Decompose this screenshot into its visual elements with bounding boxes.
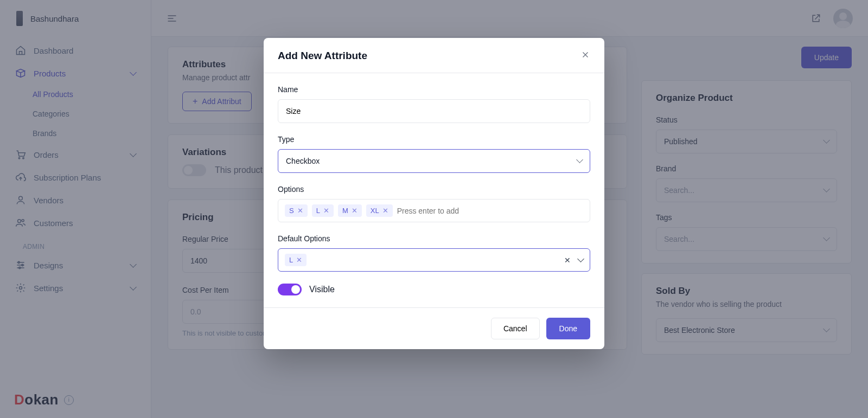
default-chip-l[interactable]: L✕: [285, 254, 307, 266]
chevron-down-icon[interactable]: [578, 255, 583, 265]
options-label: Options: [278, 185, 590, 194]
type-select[interactable]: Checkbox: [278, 149, 590, 173]
name-input[interactable]: [278, 99, 590, 123]
option-chip-m[interactable]: M✕: [338, 204, 362, 217]
visible-label: Visible: [309, 285, 335, 294]
chevron-down-icon: [577, 157, 582, 165]
option-chip-l[interactable]: L✕: [312, 204, 334, 217]
options-input[interactable]: S✕ L✕ M✕ XL✕: [278, 199, 590, 222]
remove-chip-icon: ✕: [352, 207, 358, 215]
modal-overlay: Add New Attribute Name Type Checkbox Opt…: [0, 0, 868, 418]
options-text-input[interactable]: [397, 207, 583, 215]
remove-chip-icon: ✕: [296, 256, 302, 264]
clear-icon[interactable]: [564, 255, 571, 265]
modal-title: Add New Attribute: [278, 50, 367, 62]
option-chip-xl[interactable]: XL✕: [366, 204, 393, 217]
visible-toggle[interactable]: [278, 284, 302, 295]
remove-chip-icon: ✕: [297, 207, 303, 215]
add-attribute-modal: Add New Attribute Name Type Checkbox Opt…: [264, 38, 604, 349]
name-label: Name: [278, 85, 590, 94]
done-button[interactable]: Done: [546, 318, 590, 339]
default-options-label: Default Options: [278, 234, 590, 243]
type-value: Checkbox: [286, 157, 320, 165]
remove-chip-icon: ✕: [323, 207, 329, 215]
option-chip-s[interactable]: S✕: [285, 204, 308, 217]
default-options-select[interactable]: L✕: [278, 248, 590, 272]
type-label: Type: [278, 135, 590, 144]
close-icon[interactable]: [580, 50, 590, 62]
remove-chip-icon: ✕: [382, 207, 388, 215]
cancel-button[interactable]: Cancel: [491, 318, 540, 339]
